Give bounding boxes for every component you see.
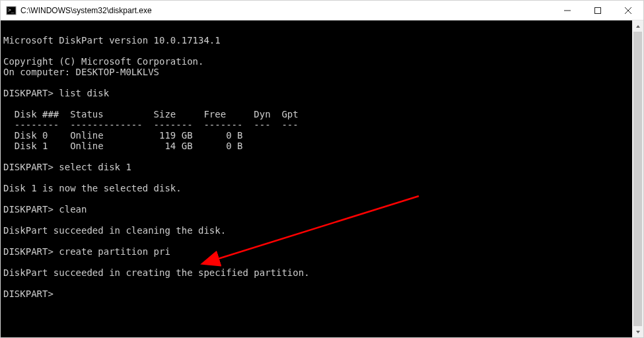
svg-rect-3 — [595, 7, 601, 13]
app-icon: >_ — [6, 5, 17, 16]
svg-marker-9 — [636, 331, 640, 333]
scroll-up-arrow-icon[interactable] — [632, 20, 643, 32]
titlebar[interactable]: >_ C:\WINDOWS\system32\diskpart.exe — [1, 1, 643, 20]
scroll-track[interactable] — [632, 32, 643, 326]
console-window: >_ C:\WINDOWS\system32\diskpart.exe Micr… — [0, 0, 644, 338]
terminal-output[interactable]: Microsoft DiskPart version 10.0.17134.1 … — [1, 20, 632, 337]
window-title: C:\WINDOWS\system32\diskpart.exe — [20, 6, 152, 15]
close-button[interactable] — [613, 1, 643, 20]
window-controls — [552, 1, 643, 20]
minimize-button[interactable] — [552, 1, 583, 20]
maximize-button[interactable] — [583, 1, 613, 20]
svg-marker-8 — [636, 25, 640, 28]
svg-text:>_: >_ — [8, 7, 15, 13]
terminal-area: Microsoft DiskPart version 10.0.17134.1 … — [1, 20, 643, 337]
scroll-thumb[interactable] — [633, 32, 642, 326]
vertical-scrollbar[interactable] — [632, 20, 643, 337]
scroll-down-arrow-icon[interactable] — [632, 326, 643, 337]
